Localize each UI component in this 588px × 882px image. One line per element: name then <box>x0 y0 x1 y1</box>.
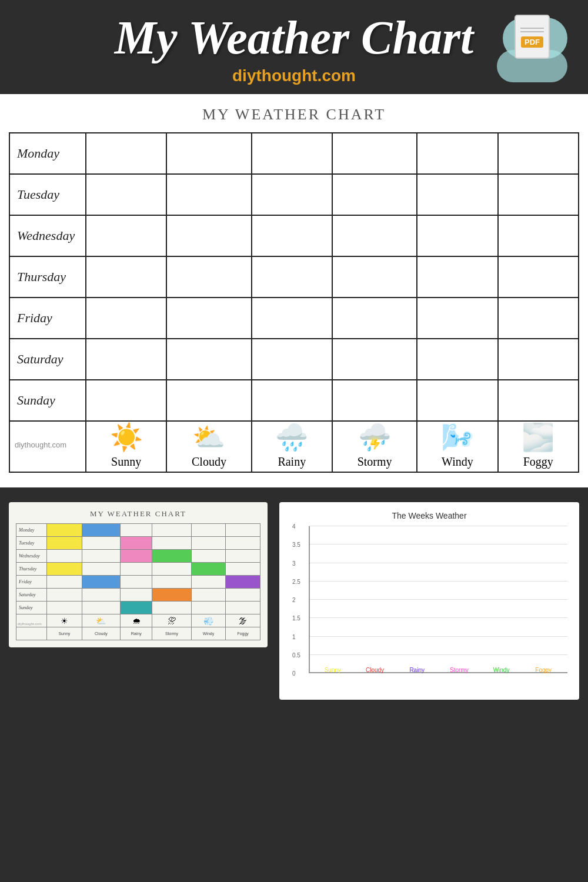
mini-cell <box>152 602 191 614</box>
bar-group: Windy <box>480 664 523 673</box>
table-row: Friday <box>9 298 579 339</box>
data-cell <box>332 133 417 174</box>
mini-cell <box>121 576 152 589</box>
data-cell <box>252 215 332 256</box>
bar-group: Foggy <box>522 664 564 673</box>
mini-day-tuesday: Tuesday <box>16 537 47 550</box>
mini-day-thursday: Thursday <box>16 563 47 576</box>
windy-icon: 🌬️ <box>417 422 497 453</box>
mini-day-monday: Monday <box>16 524 47 537</box>
watermark-cell: diythought.com <box>9 421 86 472</box>
day-label-wednesday: Wednesday <box>9 215 86 256</box>
mini-cell <box>121 524 152 537</box>
data-cell <box>166 380 251 421</box>
mini-cell <box>226 550 260 563</box>
windy-label: Windy <box>417 455 497 469</box>
data-cell <box>417 298 497 339</box>
data-cell <box>166 174 251 215</box>
mini-cell <box>226 524 260 537</box>
bar-chart-container: The Weeks Weather 00.511.522.533.54Sunny… <box>279 502 579 700</box>
data-cell <box>166 133 251 174</box>
mini-weather-table: Monday Tuesday Wednesday <box>16 523 260 640</box>
table-row: Thursday <box>9 256 579 298</box>
y-axis-label: 3.5 <box>292 542 309 548</box>
mini-label-sunny: Sunny <box>47 627 82 640</box>
mini-cell <box>121 550 152 563</box>
foggy-label: Foggy <box>499 455 578 469</box>
sunny-icon: ☀️ <box>86 422 166 453</box>
pdf-document-icon: PDF <box>514 15 550 59</box>
y-axis-label: 4 <box>292 523 309 530</box>
header: My Weather Chart diythought.com PDF <box>0 0 588 94</box>
data-cell <box>498 339 579 380</box>
data-cell <box>86 133 166 174</box>
icon-cell-windy: 🌬️ Windy <box>417 421 497 472</box>
data-cell <box>166 298 251 339</box>
bars-area: SunnyCloudyRainyStormyWindyFoggy <box>309 526 567 673</box>
mini-cell <box>82 576 120 589</box>
pdf-line-2 <box>520 31 544 32</box>
mini-icon-sunny: ☀ <box>47 614 82 627</box>
y-axis-label: 2 <box>292 597 309 603</box>
mini-cell <box>152 550 191 563</box>
data-cell <box>86 339 166 380</box>
table-row: Tuesday <box>9 174 579 215</box>
data-cell <box>498 380 579 421</box>
mini-label-cloudy: Cloudy <box>82 627 120 640</box>
bar-x-label-stormy: Stormy <box>450 667 469 673</box>
mini-cell <box>121 537 152 550</box>
mini-row-saturday: Saturday <box>16 589 260 602</box>
mini-cell <box>191 576 226 589</box>
mini-cell <box>82 550 120 563</box>
table-row: Monday <box>9 133 579 174</box>
mini-row-thursday: Thursday <box>16 563 260 576</box>
mini-cell <box>82 524 120 537</box>
icon-cell-stormy: ⛈️ Stormy <box>332 421 417 472</box>
data-cell <box>417 380 497 421</box>
mini-day-friday: Friday <box>16 576 47 589</box>
pdf-badge: PDF <box>500 12 570 82</box>
data-cell <box>252 256 332 298</box>
data-cell <box>332 380 417 421</box>
bar-group: Cloudy <box>354 664 396 673</box>
mini-cell <box>226 589 260 602</box>
bar-x-label-windy: Windy <box>493 667 510 673</box>
data-cell <box>86 174 166 215</box>
bar-group: Stormy <box>438 664 480 673</box>
bar-chart-inner: 00.511.522.533.54SunnyCloudyRainyStormyW… <box>288 526 570 691</box>
day-label-tuesday: Tuesday <box>9 174 86 215</box>
y-axis-label: 1 <box>292 633 309 640</box>
mini-label-windy: Windy <box>191 627 226 640</box>
mini-icon-foggy: 🌫 <box>226 614 260 627</box>
mini-chart-container: My Weather Chart Monday Tuesday <box>9 502 268 647</box>
mini-cell <box>191 602 226 614</box>
y-axis-label: 2.5 <box>292 578 309 584</box>
mini-row-wednesday: Wednesday <box>16 550 260 563</box>
table-row: Saturday <box>9 339 579 380</box>
mini-cell <box>191 537 226 550</box>
mini-row-sunday: Sunday <box>16 602 260 614</box>
bar-x-label-sunny: Sunny <box>325 667 341 673</box>
pdf-line-1 <box>520 28 544 29</box>
data-cell <box>166 256 251 298</box>
mini-day-saturday: Saturday <box>16 589 47 602</box>
day-label-saturday: Saturday <box>9 339 86 380</box>
main-title: My Weather Chart <box>12 12 576 64</box>
data-cell <box>332 174 417 215</box>
mini-icon-cloudy: ⛅ <box>82 614 120 627</box>
mini-cell <box>191 563 226 576</box>
cloudy-icon: ⛅ <box>167 422 250 453</box>
mini-day-sunday: Sunday <box>16 602 47 614</box>
data-cell <box>498 215 579 256</box>
day-label-sunday: Sunday <box>9 380 86 421</box>
mini-cell <box>226 602 260 614</box>
day-label-monday: Monday <box>9 133 86 174</box>
mini-cell <box>47 563 82 576</box>
y-axis-label: 1.5 <box>292 615 309 622</box>
mini-cell <box>152 576 191 589</box>
day-label-thursday: Thursday <box>9 256 86 298</box>
data-cell <box>417 133 497 174</box>
mini-row-monday: Monday <box>16 524 260 537</box>
mini-watermark: diythought.com <box>16 614 47 627</box>
cloudy-label: Cloudy <box>167 455 250 469</box>
